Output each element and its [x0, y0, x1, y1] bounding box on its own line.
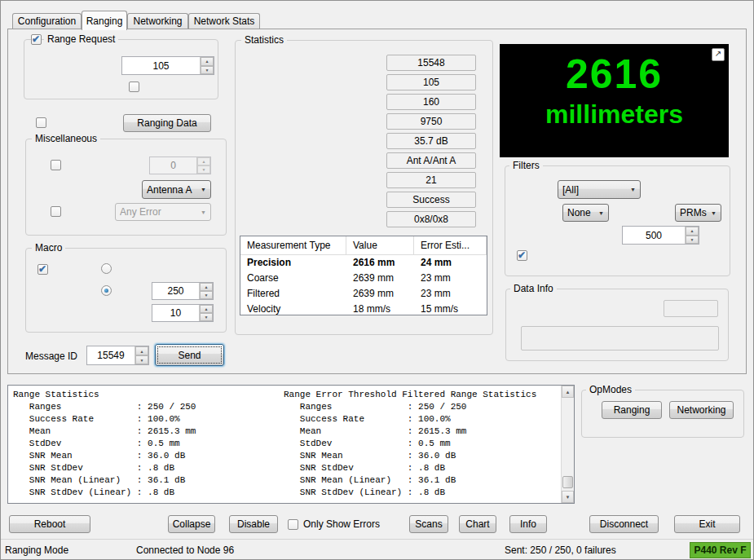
responder-id-spin-buttons: ▲ ▼ — [200, 57, 214, 74]
spin-up-icon[interactable]: ▲ — [135, 346, 148, 355]
include-data-checkbox[interactable] — [36, 117, 46, 128]
spin-down-icon[interactable]: ▼ — [135, 355, 148, 364]
expand-icon[interactable]: ↗ — [712, 48, 725, 61]
spin-down-icon[interactable]: ▼ — [200, 291, 213, 299]
boxcar-select[interactable]: None ▼ — [562, 204, 609, 222]
delay-value[interactable]: 10 — [152, 305, 199, 321]
filtered-range-statistics-text: Range Error Threshold Filtered Range Sta… — [284, 389, 536, 499]
message-id-spin-buttons: ▲ ▼ — [134, 346, 148, 364]
scrollbar-thumb[interactable] — [562, 476, 573, 488]
delay-spin-buttons: ▲ ▼ — [199, 305, 213, 321]
cell-type: Filtered — [240, 285, 346, 301]
range-display-unit: millimeters — [500, 99, 729, 130]
node-id-value: [All] — [562, 184, 628, 196]
cell-type: Coarse — [240, 270, 346, 285]
scroll-down-icon[interactable]: ▼ — [562, 491, 574, 503]
tab-configuration[interactable]: Configuration — [12, 13, 82, 29]
opmode-ranging-button[interactable]: Ranging — [602, 401, 662, 419]
custom-channel-spinner: 0 ▲ ▼ — [149, 157, 211, 174]
stat-value-field: 21 — [386, 172, 476, 188]
miscellaneous-group-title: Miscellaneous — [32, 133, 100, 144]
macro-group-title: Macro — [32, 242, 65, 254]
collapse-button[interactable]: Collapse — [168, 515, 215, 533]
ranging-data-button[interactable]: Ranging Data — [123, 114, 211, 132]
responder-id-spinner[interactable]: 105 ▲ ▼ — [121, 56, 214, 75]
tab-ranging[interactable]: Ranging — [82, 11, 127, 30]
message-id-spinner[interactable]: 15549 ▲ ▼ — [86, 346, 149, 365]
count-radio[interactable] — [101, 285, 112, 296]
data-field — [521, 326, 719, 351]
spin-down-icon[interactable]: ▼ — [686, 236, 699, 245]
opmode-networking-button[interactable]: Networking — [669, 401, 734, 419]
stat-value-field: 160 — [386, 94, 476, 110]
tab-network-stats[interactable]: Network Stats — [188, 13, 260, 29]
stat-value-field: 15548 — [386, 55, 476, 71]
console-scrollbar[interactable]: ▲ ▼ — [561, 386, 574, 503]
range-request-checkbox[interactable] — [31, 34, 42, 45]
scroll-up-icon[interactable]: ▲ — [562, 386, 574, 398]
count-value[interactable]: 250 — [152, 283, 199, 299]
tx-antenna-mode-select[interactable]: Antenna A ▼ — [142, 180, 211, 199]
spin-up-icon[interactable]: ▲ — [200, 305, 213, 313]
range-display: 2616 millimeters ↗ — [500, 44, 729, 157]
chart-button[interactable]: Chart — [459, 515, 496, 533]
custom-channel-value: 0 — [150, 157, 196, 174]
spin-down-icon[interactable]: ▼ — [201, 66, 214, 75]
spin-up-icon[interactable]: ▲ — [201, 57, 214, 66]
chevron-down-icon: ▼ — [630, 187, 636, 192]
send-button[interactable]: Send — [155, 344, 224, 366]
exit-button[interactable]: Exit — [674, 515, 740, 533]
col-header-measurement-type[interactable]: Measurement Type — [240, 236, 346, 254]
range-request-group-title: Range Request — [44, 33, 118, 45]
count-spin-buttons: ▲ ▼ — [199, 283, 213, 299]
reboot-button[interactable]: Reboot — [9, 515, 90, 533]
cell-error: 24 mm — [414, 254, 487, 270]
tx-antenna-mode-value: Antenna A — [147, 184, 198, 196]
tab-networking[interactable]: Networking — [127, 13, 188, 29]
cell-error: 23 mm — [414, 285, 487, 301]
disable-button[interactable]: Disable — [229, 515, 278, 533]
status-bar: Ranging Mode Connected to Node 96 Sent: … — [1, 539, 754, 560]
table-row-precision[interactable]: Precision 2616 mm 24 mm — [240, 254, 487, 270]
scans-button[interactable]: Scans — [409, 515, 448, 533]
spin-up-icon[interactable]: ▲ — [200, 283, 213, 291]
range-error-threshold-spinner[interactable]: 500 ▲ ▼ — [622, 226, 699, 245]
spin-down-icon: ▼ — [197, 165, 210, 174]
chevron-down-icon: ▼ — [201, 209, 206, 215]
delay-spinner[interactable]: 10 ▲ ▼ — [152, 304, 214, 322]
stat-value-field: Success — [386, 192, 476, 208]
cell-value: 2639 mm — [346, 285, 414, 301]
responder-id-value[interactable]: 105 — [122, 57, 200, 74]
info-button[interactable]: Info — [509, 515, 547, 533]
chevron-down-icon: ▼ — [598, 210, 604, 216]
custom-channel-checkbox[interactable] — [51, 160, 61, 170]
continuous-radio[interactable] — [101, 263, 112, 274]
stop-on-checkbox[interactable] — [51, 206, 61, 217]
table-row-filtered[interactable]: Filtered 2639 mm 23 mm — [240, 285, 487, 301]
disconnect-button[interactable]: Disconnect — [589, 515, 659, 533]
range-error-threshold-spin-buttons: ▲ ▼ — [685, 227, 699, 244]
broadcast-checkbox[interactable] — [129, 82, 139, 92]
message-id-value[interactable]: 15549 — [87, 346, 134, 364]
display-flagged-checkbox[interactable] — [517, 250, 527, 261]
cell-error: 23 mm — [414, 270, 487, 285]
table-row-velocity[interactable]: Velocity 18 mm/s 15 mm/s — [240, 301, 487, 316]
col-header-value[interactable]: Value — [346, 236, 414, 254]
stop-on-select: Any Error ▼ — [115, 203, 211, 221]
node-id-select[interactable]: [All] ▼ — [558, 180, 641, 199]
status-mode: Ranging Mode — [5, 545, 68, 556]
col-header-error-estimate[interactable]: Error Esti... — [414, 236, 487, 254]
table-row-coarse[interactable]: Coarse 2639 mm 23 mm — [240, 270, 487, 285]
data-info-group-title: Data Info — [510, 283, 557, 294]
range-error-threshold-value[interactable]: 500 — [623, 227, 685, 244]
range-statistics-console[interactable]: Range Statistics Ranges : 250 / 250 Succ… — [7, 385, 575, 504]
repeat-checkbox[interactable] — [37, 264, 48, 275]
only-show-errors-checkbox[interactable] — [288, 519, 298, 530]
spin-up-icon[interactable]: ▲ — [686, 227, 699, 236]
count-spinner[interactable]: 250 ▲ ▼ — [152, 282, 214, 300]
custom-channel-spin-buttons: ▲ ▼ — [196, 157, 210, 174]
range-type-select[interactable]: PRMs ▼ — [675, 204, 721, 222]
stat-value-field: 105 — [386, 74, 476, 90]
statistics-group-title: Statistics — [241, 34, 287, 46]
spin-down-icon[interactable]: ▼ — [200, 313, 213, 321]
